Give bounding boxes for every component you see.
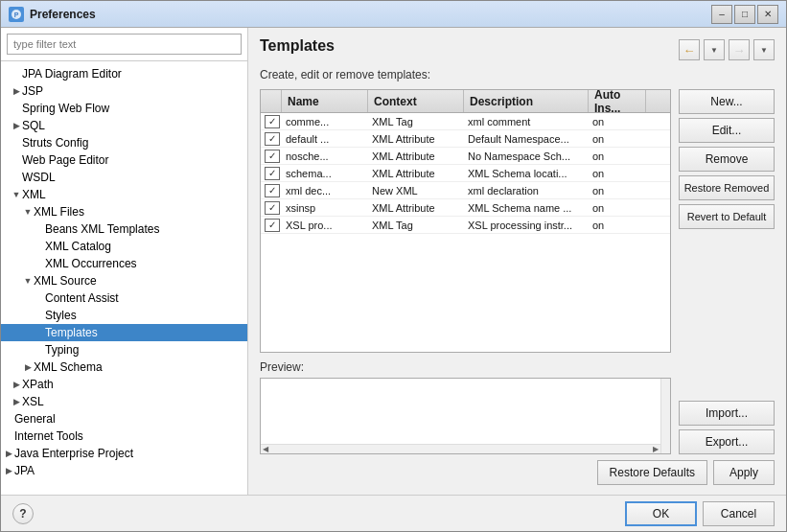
- tree-label-spring-web-flow: Spring Web Flow: [22, 102, 109, 115]
- tree-item-xml-source[interactable]: ▼XML Source: [1, 272, 247, 289]
- row-name-1: default ...: [282, 133, 368, 145]
- bottom-actions: Restore Defaults Apply: [260, 460, 775, 485]
- row-auto-3: on: [589, 168, 646, 179]
- new-button[interactable]: New...: [679, 89, 775, 114]
- tree-label-xml-source: XML Source: [34, 274, 97, 288]
- row-name-4: xml dec...: [282, 185, 368, 197]
- tree-item-xml-catalog[interactable]: XML Catalog: [1, 238, 247, 255]
- right-panel: Templates ← ▼ → ▼ Create, edit or remove…: [248, 28, 786, 495]
- tree-item-beans-xml-templates[interactable]: Beans XML Templates: [1, 220, 247, 238]
- tree-arrow-xpath: ▶: [11, 376, 22, 393]
- table-row[interactable]: ✓xsinspXML AttributeXML Schema name ...o…: [261, 199, 670, 217]
- tree-label-xml-schema: XML Schema: [34, 360, 103, 374]
- search-input[interactable]: [7, 34, 242, 55]
- tree-item-templates[interactable]: Templates: [1, 324, 247, 341]
- preview-area: ◀ ▶: [260, 378, 671, 454]
- row-context-2: XML Attribute: [368, 150, 464, 162]
- tree-item-general[interactable]: General: [1, 410, 247, 428]
- tree-item-xml[interactable]: ▼XML: [1, 186, 247, 203]
- preview-scrollbar-vertical[interactable]: [660, 379, 670, 453]
- table-row[interactable]: ✓xml dec...New XMLxml declarationon: [261, 182, 670, 199]
- preview-scrollbar-horizontal[interactable]: ◀ ▶: [261, 444, 660, 453]
- tree-item-jpa-diagram-editor[interactable]: JPA Diagram Editor: [1, 65, 247, 82]
- remove-button[interactable]: Remove: [679, 147, 775, 172]
- tree-item-styles[interactable]: Styles: [1, 307, 247, 324]
- forward-button[interactable]: →: [729, 39, 750, 60]
- table-row[interactable]: ✓default ...XML AttributeDefault Namespa…: [261, 130, 670, 148]
- table-row[interactable]: ✓XSL pro...XML TagXSL processing instr..…: [261, 217, 670, 234]
- revert-to-default-button[interactable]: Revert to Default: [679, 204, 775, 229]
- panel-title: Templates: [260, 37, 335, 55]
- scroll-right-icon[interactable]: ▶: [653, 445, 659, 453]
- bottom-bar: ? OK Cancel: [1, 495, 786, 531]
- tree-label-xml-files: XML Files: [34, 205, 84, 219]
- ok-button[interactable]: OK: [625, 501, 697, 526]
- row-checkbox-0[interactable]: ✓: [265, 115, 280, 128]
- minimize-button[interactable]: –: [711, 5, 732, 24]
- tree-arrow-templates: [34, 324, 45, 341]
- forward-dropdown-icon: ▼: [760, 46, 768, 55]
- table-row[interactable]: ✓schema...XML AttributeXML Schema locati…: [261, 165, 670, 182]
- tree-arrow-xml: ▼: [11, 186, 22, 203]
- row-auto-4: on: [589, 185, 646, 197]
- table-row[interactable]: ✓nosche...XML AttributeNo Namespace Sch.…: [261, 148, 670, 165]
- cancel-button[interactable]: Cancel: [703, 501, 775, 526]
- row-name-0: comme...: [282, 116, 368, 127]
- tree-item-jpa[interactable]: ▶JPA: [1, 462, 247, 479]
- tree-label-xml: XML: [22, 188, 46, 201]
- tree-arrow-xsl: ▶: [11, 393, 22, 410]
- row-checkbox-3[interactable]: ✓: [265, 167, 280, 180]
- tree-item-sql[interactable]: ▶SQL: [1, 117, 247, 134]
- tree-item-typing[interactable]: Typing: [1, 341, 247, 359]
- tree-label-beans-xml-templates: Beans XML Templates: [45, 222, 159, 236]
- help-button[interactable]: ?: [12, 503, 34, 524]
- tree-item-jsp[interactable]: ▶JSP: [1, 82, 247, 100]
- export-button[interactable]: Export...: [679, 429, 775, 454]
- tree-label-typing: Typing: [45, 343, 79, 357]
- row-checkbox-5[interactable]: ✓: [265, 201, 280, 215]
- tree-arrow-jsp: ▶: [11, 82, 22, 100]
- tree-item-java-enterprise-project[interactable]: ▶Java Enterprise Project: [1, 445, 247, 462]
- tree-item-struts-config[interactable]: Struts Config: [1, 134, 247, 151]
- table-header-description: Description: [464, 90, 589, 112]
- left-panel: JPA Diagram Editor▶JSPSpring Web Flow▶SQ…: [1, 28, 248, 495]
- buttons-panel: New... Edit... Remove Restore Removed Re…: [679, 89, 775, 454]
- restore-defaults-button[interactable]: Restore Defaults: [597, 460, 707, 485]
- tree-item-web-page-editor[interactable]: Web Page Editor: [1, 151, 247, 169]
- tree-item-xml-files[interactable]: ▼XML Files: [1, 203, 247, 220]
- row-auto-2: on: [589, 150, 646, 162]
- row-checkbox-4[interactable]: ✓: [265, 184, 280, 197]
- row-checkbox-2[interactable]: ✓: [265, 150, 280, 163]
- forward-icon: →: [733, 43, 746, 58]
- row-checkbox-6[interactable]: ✓: [265, 219, 280, 232]
- tree-item-internet-tools[interactable]: Internet Tools: [1, 428, 247, 445]
- tree-item-xpath[interactable]: ▶XPath: [1, 376, 247, 393]
- forward-dropdown-button[interactable]: ▼: [753, 39, 775, 60]
- tree-item-xsl[interactable]: ▶XSL: [1, 393, 247, 410]
- tree-arrow-java-enterprise-project: ▶: [3, 445, 14, 462]
- restore-removed-button[interactable]: Restore Removed: [679, 175, 775, 200]
- preview-label: Preview:: [260, 360, 671, 374]
- row-name-3: schema...: [282, 168, 368, 179]
- tree-label-templates: Templates: [45, 326, 98, 339]
- bottom-left: ?: [12, 503, 34, 524]
- tree-arrow-xml-occurrences: [34, 255, 45, 272]
- maximize-button[interactable]: □: [734, 5, 755, 24]
- tree-item-wsdl[interactable]: WSDL: [1, 169, 247, 186]
- back-dropdown-button[interactable]: ▼: [704, 39, 725, 60]
- apply-button[interactable]: Apply: [713, 460, 775, 485]
- back-button[interactable]: ←: [679, 39, 700, 60]
- edit-button[interactable]: Edit...: [679, 118, 775, 143]
- table-header-auto-ins: Auto Ins...: [589, 90, 646, 112]
- import-button[interactable]: Import...: [679, 401, 775, 426]
- tree-item-xml-schema[interactable]: ▶XML Schema: [1, 359, 247, 376]
- row-description-5: XML Schema name ...: [464, 202, 589, 214]
- tree-item-spring-web-flow[interactable]: Spring Web Flow: [1, 100, 247, 117]
- row-checkbox-1[interactable]: ✓: [265, 132, 280, 146]
- tree-arrow-sql: ▶: [11, 117, 22, 134]
- table-row[interactable]: ✓comme...XML Tagxml commenton: [261, 113, 670, 130]
- scroll-left-icon[interactable]: ◀: [263, 445, 268, 453]
- tree-item-content-assist[interactable]: Content Assist: [1, 289, 247, 307]
- close-button[interactable]: ✕: [757, 5, 778, 24]
- tree-item-xml-occurrences[interactable]: XML Occurrences: [1, 255, 247, 272]
